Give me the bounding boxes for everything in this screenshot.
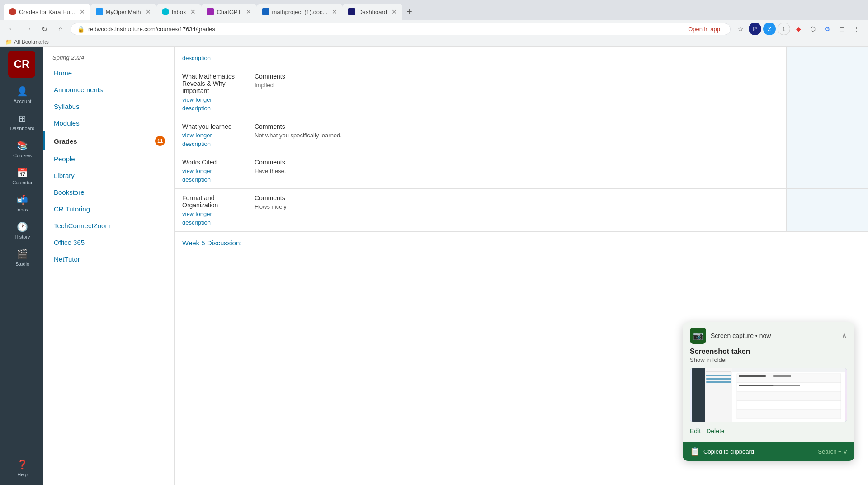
course-nav-office365[interactable]: Office 365	[43, 234, 174, 251]
tab-close-1[interactable]: ✕	[80, 8, 85, 15]
ext-1[interactable]: 1	[778, 23, 790, 35]
google-icon[interactable]: G	[821, 23, 834, 35]
notification-dot: •	[755, 332, 760, 339]
tab-active[interactable]: Grades for Kara Hu... ✕	[4, 4, 90, 20]
tab-close-2[interactable]: ✕	[146, 8, 151, 15]
nav-item-account[interactable]: 👤 Account	[0, 81, 43, 108]
delete-button[interactable]: Delete	[706, 427, 724, 435]
nav-item-studio[interactable]: 🎬 Studio	[0, 244, 43, 271]
criteria-cell-0: description	[175, 47, 247, 67]
course-nav-people[interactable]: People	[43, 150, 174, 167]
bookmarks-folder-icon: 📁	[5, 39, 12, 45]
tab-bar: Grades for Kara Hu... ✕ MyOpenMath ✕ Inb…	[0, 0, 868, 20]
comments-text-2: Not what you specifically learned.	[255, 132, 779, 139]
clipboard-icon: 📋	[690, 446, 700, 456]
table-row-2: What you learned view longer description…	[175, 117, 868, 153]
notification-body: Screenshot taken Show in folder	[683, 347, 854, 442]
course-nav-bookstore[interactable]: Bookstore	[43, 184, 174, 201]
nav-item-history[interactable]: 🕐 History	[0, 217, 43, 244]
nav-item-inbox[interactable]: 📬 Inbox	[0, 190, 43, 217]
ext-2[interactable]: ◆	[792, 23, 805, 35]
view-longer-link-1[interactable]: view longer	[182, 96, 240, 103]
camera-icon: 📷	[693, 331, 703, 341]
account-icon: 👤	[17, 86, 28, 97]
course-nav-grades[interactable]: Grades 11	[43, 131, 174, 150]
comments-label-4: Comments	[255, 194, 779, 202]
comments-cell-2: Comments Not what you specifically learn…	[247, 117, 787, 153]
svg-rect-17	[773, 385, 800, 386]
tab-close-4[interactable]: ✕	[246, 8, 251, 15]
view-longer-link-4[interactable]: view longer	[182, 211, 240, 217]
tab-4[interactable]: ChatGPT ✕	[201, 4, 256, 20]
view-longer-link-3[interactable]: view longer	[182, 168, 240, 174]
course-nav-library[interactable]: Library	[43, 167, 174, 184]
course-term: Spring 2024	[43, 47, 174, 65]
table-row-week: Week 5 Discussion:	[175, 232, 868, 254]
course-nav-modules[interactable]: Modules	[43, 115, 174, 131]
course-nav-cr-tutoring[interactable]: CR Tutoring	[43, 201, 174, 217]
course-nav-syllabus[interactable]: Syllabus	[43, 98, 174, 115]
comments-cell-3: Comments Have these.	[247, 153, 787, 189]
tab-close-5[interactable]: ✕	[332, 8, 337, 15]
comments-text-4: Flows nicely	[255, 203, 779, 210]
tab-3[interactable]: Inbox ✕	[156, 4, 202, 20]
tab-5[interactable]: mathproject (1).doc... ✕	[257, 4, 343, 20]
tab-6[interactable]: Dashboard ✕	[343, 4, 402, 20]
view-description-link-0[interactable]: description	[182, 55, 240, 61]
help-icon: ❓	[17, 459, 28, 470]
course-nav-nettutor[interactable]: NetTutor	[43, 251, 174, 267]
rating-cell-0	[787, 47, 868, 67]
edit-button[interactable]: Edit	[690, 427, 701, 435]
url-bar[interactable]: 🔒 redwoods.instructure.com/courses/17634…	[71, 23, 731, 35]
course-nav-techconnectzoom[interactable]: TechConnectZoom	[43, 217, 174, 234]
svg-rect-14	[739, 375, 766, 377]
reload-button[interactable]: ↻	[38, 23, 51, 35]
tab-close-3[interactable]: ✕	[190, 8, 196, 15]
open-in-app-button[interactable]: Open in app	[684, 26, 724, 33]
notification-collapse-button[interactable]: ∧	[841, 331, 847, 341]
nav-item-dashboard[interactable]: ⊞ Dashboard	[0, 108, 43, 136]
description-link-4[interactable]: description	[182, 219, 240, 226]
svg-rect-8	[706, 381, 731, 383]
dashboard-icon: ⊞	[19, 113, 26, 124]
description-link-3[interactable]: description	[182, 176, 240, 183]
inbox-icon: 📬	[17, 194, 28, 205]
tab-favicon-4	[207, 8, 214, 15]
global-nav: CR 👤 Account ⊞ Dashboard 📚 Courses 📅 Cal…	[0, 47, 43, 485]
nav-item-calendar[interactable]: 📅 Calendar	[0, 163, 43, 190]
nav-label-help: Help	[17, 472, 28, 477]
course-nav-announcements[interactable]: Announcements	[43, 81, 174, 98]
svg-rect-16	[739, 385, 775, 386]
new-tab-button[interactable]: +	[402, 4, 417, 20]
ext-3[interactable]: ⬡	[807, 23, 819, 35]
back-button[interactable]: ←	[5, 23, 18, 35]
zoom-icon[interactable]: Z	[763, 23, 776, 35]
tab-favicon-5	[262, 8, 269, 15]
description-link-1[interactable]: description	[182, 105, 240, 112]
thumbnail-preview	[690, 368, 847, 422]
description-link-2[interactable]: description	[182, 141, 240, 147]
profile-icon[interactable]: P	[749, 23, 761, 35]
screenshot-thumbnail	[690, 368, 847, 422]
rating-cell-2	[787, 117, 868, 153]
table-row-1: What Mathematics Reveals & Why Important…	[175, 67, 868, 117]
nav-item-courses[interactable]: 📚 Courses	[0, 136, 43, 163]
forward-button[interactable]: →	[22, 23, 34, 35]
tab-close-6[interactable]: ✕	[392, 8, 397, 15]
home-button[interactable]: ⌂	[54, 23, 67, 35]
tab-2[interactable]: MyOpenMath ✕	[90, 4, 156, 20]
screenshot-taken-title: Screenshot taken	[690, 347, 847, 356]
menu-button[interactable]: ⋮	[850, 23, 863, 35]
week-link[interactable]: Week 5 Discussion:	[182, 239, 241, 247]
nav-item-help[interactable]: ❓ Help	[0, 455, 43, 482]
view-longer-link-2[interactable]: view longer	[182, 132, 240, 139]
nav-label-studio: Studio	[15, 261, 29, 267]
criteria-text-2: What you learned	[182, 123, 232, 130]
app-logo[interactable]: CR	[8, 51, 35, 78]
history-icon: 🕐	[17, 221, 28, 232]
svg-rect-9	[737, 374, 841, 383]
show-in-folder-link[interactable]: Show in folder	[690, 357, 847, 363]
course-nav-home[interactable]: Home	[43, 65, 174, 81]
bookmark-button[interactable]: ☆	[734, 23, 747, 35]
ext-4[interactable]: ◫	[835, 23, 848, 35]
